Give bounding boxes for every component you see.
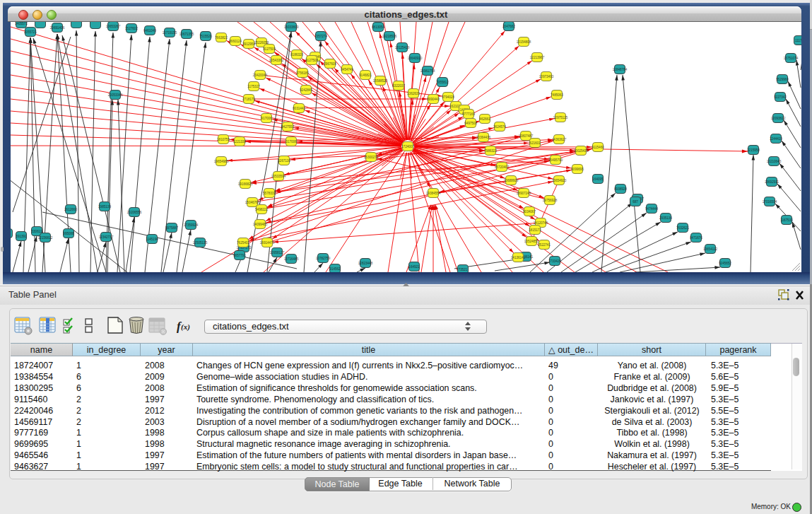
svg-text:14120746: 14120746 (534, 221, 548, 225)
svg-text:164095: 164095 (592, 177, 604, 181)
svg-text:9242845: 9242845 (300, 88, 312, 92)
svg-text:6497508: 6497508 (464, 122, 477, 125)
svg-text:7625402: 7625402 (237, 241, 249, 245)
svg-text:16033809: 16033809 (284, 25, 299, 29)
svg-text:10973493: 10973493 (539, 75, 554, 78)
svg-text:5578332: 5578332 (263, 192, 276, 195)
svg-text:23420046: 23420046 (253, 74, 268, 77)
svg-text:8938928: 8938928 (614, 187, 627, 191)
svg-text:8660124: 8660124 (229, 40, 242, 43)
svg-text:1362635: 1362635 (407, 92, 420, 95)
svg-text:1175327: 1175327 (247, 85, 260, 88)
svg-text:10654112: 10654112 (703, 247, 718, 251)
svg-text:10543362: 10543362 (269, 59, 284, 62)
svg-text:16914479: 16914479 (260, 241, 275, 245)
svg-text:9777169: 9777169 (462, 112, 475, 116)
svg-text:9227342: 9227342 (774, 95, 787, 99)
svg-text:20364436: 20364436 (476, 136, 491, 139)
svg-text:10719155: 10719155 (163, 31, 177, 35)
svg-text:20206556: 20206556 (127, 211, 142, 214)
svg-text:73521: 73521 (459, 268, 468, 271)
svg-text:19166825: 19166825 (238, 182, 253, 186)
svg-text:19654985: 19654985 (214, 160, 229, 163)
svg-text:9794028: 9794028 (442, 95, 454, 99)
svg-text:1405572: 1405572 (15, 22, 28, 25)
svg-text:10848784: 10848784 (613, 68, 628, 71)
svg-text:462661: 462661 (479, 117, 490, 121)
svg-text:6461049: 6461049 (143, 29, 156, 33)
svg-text:9127509: 9127509 (263, 47, 276, 51)
svg-text:10671355: 10671355 (180, 33, 194, 36)
svg-text:13716485: 13716485 (284, 257, 299, 261)
svg-text:(x): (x) (181, 322, 190, 332)
svg-text:8454749: 8454749 (341, 68, 353, 71)
svg-text:2055721: 2055721 (24, 30, 37, 34)
svg-text:14363627: 14363627 (552, 138, 567, 141)
svg-text:1985139: 1985139 (98, 205, 111, 209)
svg-text:2718179: 2718179 (242, 98, 255, 101)
svg-text:995088: 995088 (63, 232, 74, 235)
svg-text:1724007: 1724007 (401, 145, 414, 148)
svg-text:12093822: 12093822 (771, 117, 786, 120)
svg-text:3267130: 3267130 (278, 159, 290, 163)
svg-text:12213967: 12213967 (530, 56, 545, 59)
svg-text:13125419: 13125419 (395, 46, 410, 49)
svg-text:14099485: 14099485 (253, 223, 268, 226)
svg-text:1527602: 1527602 (125, 27, 138, 30)
svg-text:3912954: 3912954 (242, 42, 255, 46)
svg-text:13654923: 13654923 (552, 179, 567, 182)
svg-text:12823448: 12823448 (358, 262, 373, 265)
svg-text:13524851: 13524851 (524, 240, 539, 243)
svg-text:1145194: 1145194 (146, 238, 158, 241)
svg-text:17359924: 17359924 (184, 223, 199, 227)
svg-text:10958127: 10958127 (270, 251, 285, 255)
svg-text:10807487: 10807487 (519, 134, 534, 138)
svg-text:8031442: 8031442 (293, 107, 305, 110)
svg-text:3756185: 3756185 (296, 71, 309, 75)
svg-text:914562: 914562 (329, 267, 341, 271)
svg-text:16640910: 16640910 (408, 57, 423, 60)
svg-text:1810755: 1810755 (217, 138, 230, 141)
svg-text:12342737: 12342737 (99, 235, 114, 239)
svg-text:15588520: 15588520 (373, 79, 388, 83)
svg-text:7357274: 7357274 (314, 35, 327, 38)
svg-text:7515526: 7515526 (199, 35, 212, 38)
svg-text:11172: 11172 (795, 39, 801, 42)
svg-text:10210643: 10210643 (767, 160, 782, 163)
svg-text:1167533: 1167533 (780, 218, 793, 222)
svg-text:19756928: 19756928 (543, 199, 558, 202)
svg-text:9474444: 9474444 (645, 207, 658, 211)
svg-text:7986322: 7986322 (484, 149, 497, 153)
svg-text:621601: 621601 (529, 141, 541, 145)
svg-text:10025438: 10025438 (574, 149, 589, 153)
svg-text:530611: 530611 (32, 230, 42, 233)
svg-text:9975887: 9975887 (165, 226, 178, 230)
svg-text:14136141: 14136141 (511, 256, 526, 259)
svg-text:9034067: 9034067 (523, 210, 536, 214)
svg-text:9529966: 9529966 (776, 78, 789, 81)
svg-text:15720407: 15720407 (495, 165, 510, 169)
svg-text:20053346: 20053346 (108, 93, 123, 97)
svg-text:15692911: 15692911 (765, 180, 779, 184)
svg-text:9245652: 9245652 (719, 262, 731, 265)
svg-text:391391: 391391 (16, 235, 27, 238)
svg-text:5498222: 5498222 (255, 208, 268, 211)
svg-text:687: 687 (632, 200, 638, 204)
svg-text:164921: 164921 (408, 265, 420, 269)
svg-text:10782759: 10782759 (316, 257, 331, 260)
svg-text:10688609: 10688609 (504, 179, 519, 182)
svg-text:12156812: 12156812 (38, 236, 53, 240)
svg-text:8990443: 8990443 (427, 98, 440, 101)
svg-text:12505135: 12505135 (193, 241, 208, 245)
svg-text:2967608: 2967608 (324, 62, 336, 66)
svg-text:2935134: 2935134 (659, 216, 672, 220)
svg-text:1733426: 1733426 (548, 259, 561, 263)
svg-text:12975125: 12975125 (553, 116, 568, 119)
svg-text:8813054: 8813054 (372, 25, 384, 29)
svg-text:1244419: 1244419 (770, 137, 782, 141)
svg-text:10653267: 10653267 (106, 25, 121, 28)
svg-text:16961758: 16961758 (420, 69, 435, 73)
svg-text:8186328: 8186328 (290, 53, 303, 57)
svg-text:18907249: 18907249 (517, 192, 531, 195)
svg-text:317006: 317006 (286, 140, 297, 144)
